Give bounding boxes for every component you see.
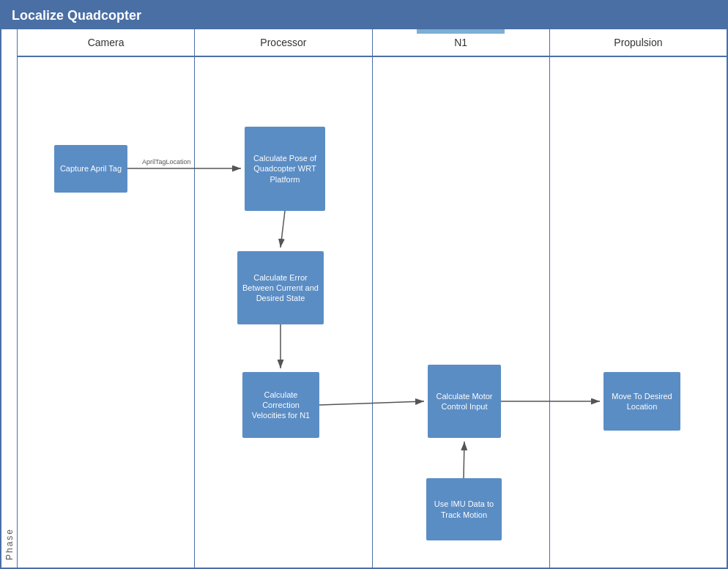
phase-label-col: Phase — [1, 29, 18, 568]
col-camera — [18, 57, 195, 568]
n1-top-bar — [417, 29, 505, 34]
header-camera: Camera — [18, 29, 195, 56]
header-propulsion: Propulsion — [550, 29, 727, 56]
col-propulsion — [550, 57, 727, 568]
diagram-canvas: Capture April Tag Calculate Pose of Quad… — [18, 57, 727, 568]
swimlane-headers: Camera Processor N1 Propulsion — [18, 29, 727, 57]
swimlanes-container: Camera Processor N1 Propulsion — [18, 29, 727, 568]
capture-april-tag-box: Capture April Tag — [54, 145, 127, 193]
phase-label: Phase — [4, 528, 15, 560]
main-container: Localize Quadcopter Phase Camera Process… — [0, 0, 728, 569]
title-bar: Localize Quadcopter — [1, 1, 727, 29]
diagram-title: Localize Quadcopter — [12, 8, 141, 23]
header-n1: N1 — [373, 29, 550, 56]
calculate-pose-box: Calculate Pose of Quadcopter WRT Platfor… — [245, 127, 325, 211]
calculate-correction-box: Calculate Correction Velocities for N1 — [242, 372, 319, 438]
calculate-motor-box: Calculate Motor Control Input — [428, 365, 501, 438]
header-processor: Processor — [195, 29, 372, 56]
use-imu-box: Use IMU Data to Track Motion — [426, 478, 502, 540]
move-to-desired-box: Move To Desired Location — [603, 372, 680, 431]
diagram-area: Phase Camera Processor N1 Propulsion — [1, 29, 727, 568]
calculate-error-box: Calculate Error Between Current and Desi… — [237, 251, 324, 324]
